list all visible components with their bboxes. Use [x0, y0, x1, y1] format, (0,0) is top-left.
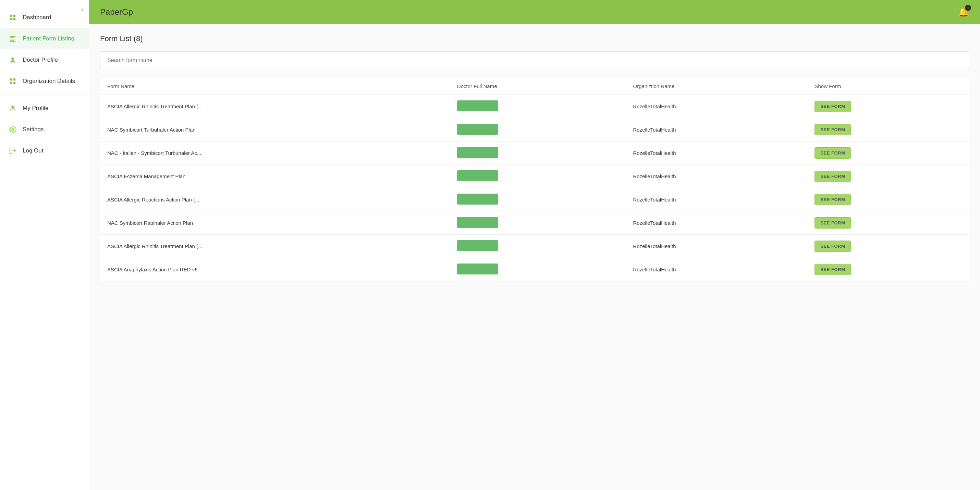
- form-name-cell: ASCIA Allergic Reactions Action Plan (..…: [100, 188, 450, 212]
- show-form-cell: SEE FORM: [808, 165, 969, 188]
- svg-rect-5: [10, 37, 14, 38]
- sidebar-item-doctor-profile[interactable]: Doctor Profile: [0, 49, 89, 71]
- show-form-cell: SEE FORM: [808, 188, 969, 212]
- sidebar-item-label: Settings: [22, 126, 43, 133]
- svg-rect-10: [10, 78, 12, 81]
- doctor-name-placeholder: [457, 240, 498, 251]
- logout-icon: [8, 146, 17, 155]
- sidebar-item-label: Organization Details: [22, 78, 75, 84]
- see-form-button[interactable]: SEE FORM: [815, 240, 851, 252]
- search-input[interactable]: [100, 51, 969, 69]
- doctor-name-cell: [450, 142, 626, 165]
- table-row: ASCIA Anaphylaxis Action Plan RED v6Roze…: [100, 258, 969, 281]
- svg-rect-0: [10, 15, 12, 17]
- show-form-cell: SEE FORM: [808, 212, 969, 235]
- doctor-name-cell: [450, 165, 626, 188]
- svg-rect-4: [10, 36, 16, 37]
- doctor-name-placeholder: [457, 170, 498, 181]
- form-name-cell: ASCIA Allergic Rhinitis Treatment Plan (…: [100, 235, 450, 258]
- doctor-name-cell: [450, 118, 626, 142]
- table-row: NAC - Italian - Symbicort Turbuhaler Ac.…: [100, 142, 969, 165]
- org-name-cell: RozelleTotalHealth: [626, 258, 808, 281]
- sidebar-item-label: My Profile: [22, 105, 49, 112]
- see-form-button[interactable]: SEE FORM: [815, 147, 851, 159]
- sidebar-item-label: Dashboard: [22, 14, 51, 21]
- sidebar-item-settings[interactable]: Settings: [0, 119, 89, 140]
- notification-bell[interactable]: 🔔 1: [958, 7, 969, 18]
- doctor-name-placeholder: [457, 147, 498, 158]
- form-name-cell: NAC Symbicort Turbuhaler Action Plan: [100, 118, 450, 142]
- org-name-cell: RozelleTotalHealth: [626, 235, 808, 258]
- table-row: ASCIA Eczema Management PlanRozelleTotal…: [100, 165, 969, 188]
- show-form-cell: SEE FORM: [808, 235, 969, 258]
- doctor-name-cell: [450, 212, 626, 235]
- svg-point-9: [11, 57, 14, 60]
- table-row: NAC Symbicort Rapihaler Action PlanRozel…: [100, 212, 969, 235]
- table-row: ASCIA Allergic Reactions Action Plan (..…: [100, 188, 969, 212]
- see-form-button[interactable]: SEE FORM: [815, 171, 851, 182]
- bell-badge: 1: [965, 5, 971, 11]
- sidebar-item-log-out[interactable]: Log Out: [0, 140, 89, 161]
- app-title: PaperGp: [100, 7, 133, 17]
- see-form-button[interactable]: SEE FORM: [815, 101, 851, 112]
- doctor-name-placeholder: [457, 100, 498, 111]
- org-name-cell: RozelleTotalHealth: [626, 142, 808, 165]
- sidebar-item-label: Log Out: [22, 147, 43, 154]
- svg-rect-7: [10, 40, 14, 41]
- form-table: Form Name Doctor Full Name Organiztion N…: [100, 78, 969, 281]
- see-form-button[interactable]: SEE FORM: [815, 217, 851, 229]
- sidebar-collapse-button[interactable]: ‹: [81, 6, 83, 13]
- org-name-cell: RozelleTotalHealth: [626, 165, 808, 188]
- org-name-cell: RozelleTotalHealth: [626, 95, 808, 118]
- col-show-form: Show Form: [808, 78, 969, 95]
- sidebar-item-patient-form-listing[interactable]: Patient Form Listing: [0, 28, 89, 49]
- sidebar-item-my-profile[interactable]: My Profile: [0, 98, 89, 119]
- table-row: ASCIA Allergic Rhinitis Treatment Plan (…: [100, 95, 969, 118]
- sidebar-item-dashboard[interactable]: Dashboard: [0, 7, 89, 28]
- svg-rect-13: [13, 82, 16, 84]
- doctor-name-placeholder: [457, 194, 498, 205]
- svg-rect-6: [10, 39, 16, 40]
- sidebar: ‹ Dashboard Patient Form Listing Doctor …: [0, 0, 89, 490]
- doctor-name-cell: [450, 258, 626, 281]
- org-name-cell: RozelleTotalHealth: [626, 212, 808, 235]
- table-row: NAC Symbicort Turbuhaler Action PlanRoze…: [100, 118, 969, 142]
- table-header-row: Form Name Doctor Full Name Organiztion N…: [100, 78, 969, 95]
- table-row: ASCIA Allergic Rhinitis Treatment Plan (…: [100, 235, 969, 258]
- sidebar-item-label: Doctor Profile: [22, 57, 58, 64]
- show-form-cell: SEE FORM: [808, 118, 969, 142]
- grid-list-icon: [8, 77, 17, 86]
- form-name-cell: ASCIA Allergic Rhinitis Treatment Plan (…: [100, 95, 450, 118]
- sidebar-item-organization-details[interactable]: Organization Details: [0, 71, 89, 92]
- doctor-name-cell: [450, 235, 626, 258]
- see-form-button[interactable]: SEE FORM: [815, 124, 851, 135]
- org-name-cell: RozelleTotalHealth: [626, 118, 808, 142]
- grid-icon: [8, 13, 17, 22]
- person-icon: [8, 104, 17, 113]
- page-title: Form List (8): [100, 34, 969, 43]
- list-icon: [8, 34, 17, 43]
- gear-icon: [8, 125, 17, 134]
- col-org-name: Organiztion Name: [626, 78, 808, 95]
- form-name-cell: NAC Symbicort Rapihaler Action Plan: [100, 212, 450, 235]
- svg-rect-12: [10, 82, 12, 84]
- svg-rect-3: [13, 18, 16, 20]
- doctor-name-cell: [450, 95, 626, 118]
- see-form-button[interactable]: SEE FORM: [815, 194, 851, 205]
- form-name-cell: ASCIA Eczema Management Plan: [100, 165, 450, 188]
- svg-rect-2: [10, 18, 12, 20]
- form-name-cell: ASCIA Anaphylaxis Action Plan RED v6: [100, 258, 450, 281]
- see-form-button[interactable]: SEE FORM: [815, 264, 851, 275]
- sidebar-item-label: Patient Form Listing: [22, 35, 74, 42]
- main-content: PaperGp 🔔 1 Form List (8) Form Name Doct…: [89, 0, 980, 490]
- doctor-name-cell: [450, 188, 626, 212]
- form-name-cell: NAC - Italian - Symbicort Turbuhaler Ac.…: [100, 142, 450, 165]
- col-doctor-name: Doctor Full Name: [450, 78, 626, 95]
- header: PaperGp 🔔 1: [89, 0, 980, 24]
- show-form-cell: SEE FORM: [808, 95, 969, 118]
- org-name-cell: RozelleTotalHealth: [626, 188, 808, 212]
- svg-rect-8: [10, 41, 16, 42]
- doctor-name-placeholder: [457, 217, 498, 228]
- col-form-name: Form Name: [100, 78, 450, 95]
- doctor-name-placeholder: [457, 264, 498, 274]
